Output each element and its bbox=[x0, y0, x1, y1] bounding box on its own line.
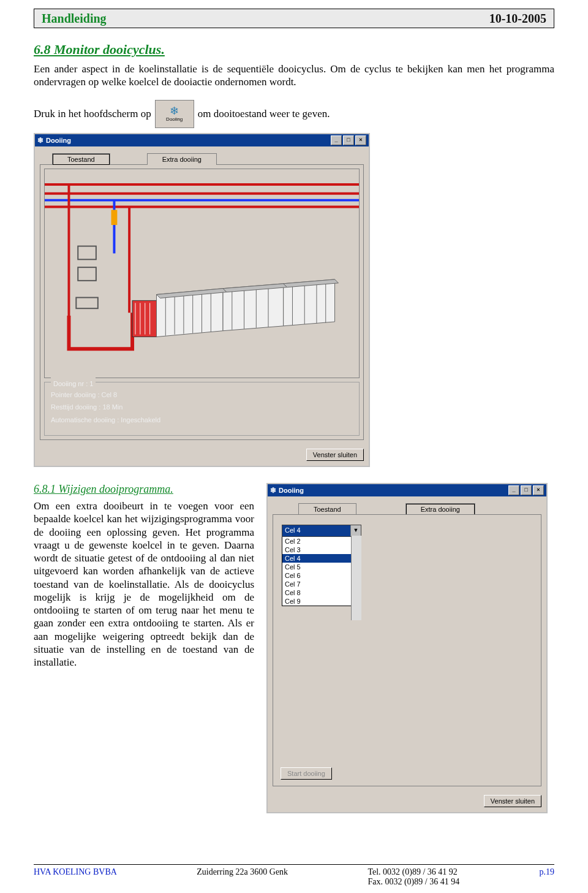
cel-option[interactable]: Cel 6 bbox=[282, 571, 361, 580]
close-icon[interactable]: × bbox=[533, 485, 544, 495]
svg-rect-11 bbox=[132, 300, 156, 336]
close-window-button[interactable]: Venster sluiten bbox=[484, 795, 541, 807]
window-dooiing-extra: ❄ Dooiing _ □ × Toestand Extra dooiing bbox=[266, 483, 548, 813]
start-dooiing-button[interactable]: Start dooiing bbox=[281, 767, 332, 780]
cel-select-list[interactable]: Cel 2 Cel 3 Cel 4 Cel 5 Cel 6 Cel 7 Cel … bbox=[282, 537, 361, 606]
maximize-icon[interactable]: □ bbox=[521, 485, 532, 495]
page-footer: HVA KOELING BVBA Zuiderring 22a 3600 Gen… bbox=[34, 864, 554, 887]
line2a: Druk in het hoofdscherm op bbox=[34, 108, 151, 120]
tab-extra-dooiing[interactable]: Extra dooiing bbox=[147, 153, 217, 165]
line2b: om dooitoestand weer te geven. bbox=[198, 108, 330, 120]
cel-option[interactable]: Cel 8 bbox=[282, 588, 361, 597]
titlebar: ❄ Dooiing _ □ × bbox=[35, 134, 369, 146]
piping-diagram bbox=[44, 169, 360, 378]
close-icon[interactable]: × bbox=[355, 135, 366, 145]
heading-6-8: 6.8 Monitor dooicyclus. bbox=[34, 42, 554, 58]
window-title: Dooiing bbox=[46, 137, 71, 144]
status-resttijd: Resttijd dooiing : 18 Min bbox=[51, 401, 353, 414]
status-pointer: Pointer dooiing : Cel 8 bbox=[51, 389, 353, 401]
paragraph-2: Om een extra dooibeurt in te voegen voor… bbox=[34, 500, 254, 669]
snowflake-icon: ❄ bbox=[170, 105, 179, 116]
footer-page: p.19 bbox=[539, 867, 554, 877]
paragraph-1: Een ander aspect in de koelinstallatie i… bbox=[34, 63, 554, 89]
window-dooiing-status: ❄ Dooiing _ □ × Toestand Extra dooiing bbox=[34, 133, 370, 468]
line-with-button: Druk in het hoofdscherm op ❄ Dooiing om … bbox=[34, 100, 554, 128]
cel-option[interactable]: Cel 7 bbox=[282, 580, 361, 588]
piping-diagram-svg bbox=[45, 169, 359, 378]
status-auto: Automatische dooiing : Ingeschakeld bbox=[51, 414, 353, 427]
snowflake-icon: ❄ bbox=[37, 136, 43, 145]
minimize-icon[interactable]: _ bbox=[331, 135, 342, 145]
footer-tel1: Tel. 0032 (0)89 / 36 41 92 bbox=[368, 867, 457, 876]
svg-rect-9 bbox=[78, 267, 96, 281]
svg-rect-7 bbox=[111, 210, 118, 225]
close-window-button[interactable]: Venster sluiten bbox=[306, 449, 364, 461]
footer-tel2: Fax. 0032 (0)89 / 36 41 94 bbox=[368, 877, 459, 886]
dooiing-toolbar-label: Dooiing bbox=[166, 116, 183, 122]
tab-toestand[interactable]: Toestand bbox=[52, 153, 110, 165]
header-date: 10-10-2005 bbox=[489, 12, 546, 26]
page-header: Handleiding 10-10-2005 bbox=[34, 9, 554, 28]
footer-company: HVA KOELING BVBA bbox=[34, 867, 117, 877]
titlebar: ❄ Dooiing _ □ × bbox=[268, 484, 546, 496]
maximize-icon[interactable]: □ bbox=[343, 135, 354, 145]
header-title: Handleiding bbox=[42, 12, 107, 26]
status-fieldset: Dooiing nr : 1 Pointer dooiing : Cel 8 R… bbox=[44, 382, 360, 436]
footer-address: Zuiderring 22a 3600 Genk bbox=[197, 867, 288, 877]
cel-option[interactable]: Cel 5 bbox=[282, 563, 361, 571]
heading-6-8-1: 6.8.1 Wijzigen dooiprogramma. bbox=[34, 483, 254, 496]
dooiing-toolbar-button[interactable]: ❄ Dooiing bbox=[155, 100, 194, 128]
footer-tel: Tel. 0032 (0)89 / 36 41 92 Fax. 0032 (0)… bbox=[368, 867, 459, 887]
cel-option[interactable]: Cel 3 bbox=[282, 545, 361, 554]
cel-option[interactable]: Cel 4 bbox=[282, 554, 361, 563]
cel-select-value: Cel 4 bbox=[282, 525, 350, 536]
cel-select[interactable]: Cel 4 ▼ Cel 2 Cel 3 Cel 4 Cel 5 Cel 6 Ce… bbox=[282, 525, 361, 606]
window-title: Dooiing bbox=[279, 487, 304, 494]
svg-rect-8 bbox=[78, 246, 96, 259]
fieldset-legend: Dooiing nr : 1 bbox=[51, 378, 96, 390]
cel-option[interactable]: Cel 2 bbox=[282, 537, 361, 545]
tab-extra-dooiing[interactable]: Extra dooiing bbox=[405, 503, 475, 515]
tab-bar: Toestand Extra dooiing bbox=[298, 503, 546, 514]
scrollbar[interactable] bbox=[351, 536, 361, 620]
tab-toestand[interactable]: Toestand bbox=[298, 503, 356, 515]
tab-bar: Toestand Extra dooiing bbox=[52, 153, 369, 164]
snowflake-icon: ❄ bbox=[270, 486, 276, 495]
minimize-icon[interactable]: _ bbox=[508, 485, 519, 495]
chevron-down-icon[interactable]: ▼ bbox=[350, 525, 361, 536]
cel-option[interactable]: Cel 9 bbox=[282, 597, 361, 606]
svg-rect-10 bbox=[76, 297, 98, 308]
